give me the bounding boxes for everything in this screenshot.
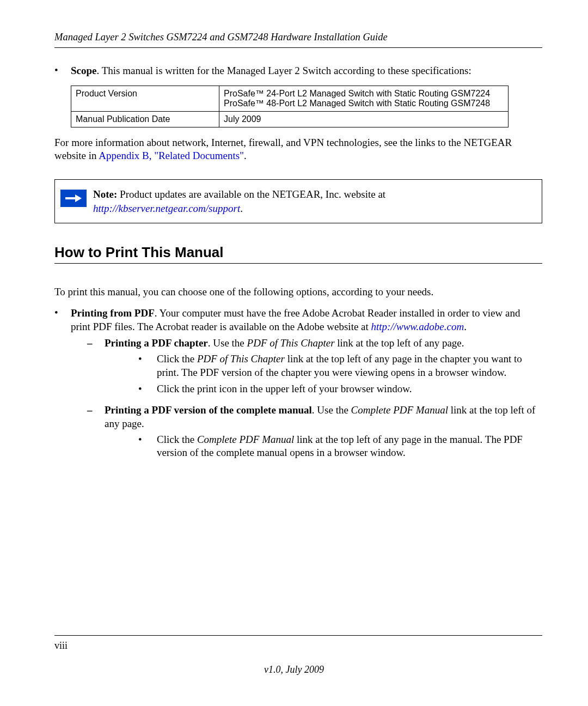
more-info-suffix: .	[244, 150, 247, 161]
spec-value: July 2009	[219, 111, 509, 127]
pdf-label: Printing from PDF	[71, 307, 155, 319]
more-info-paragraph: For more information about network, Inte…	[54, 136, 542, 163]
arrow-right-icon	[60, 190, 87, 207]
t: Click the	[157, 353, 197, 364]
note-content: Note: Product updates are available on t…	[93, 187, 385, 215]
pdf-chapter-step: Click the print icon in the upper left o…	[157, 382, 412, 396]
footer-rule: viii	[54, 635, 542, 652]
dash-marker: –	[87, 404, 105, 463]
bullet-marker: •	[54, 64, 71, 78]
dot-marker: •	[138, 352, 157, 379]
pdf-complete-step: Click the Complete PDF Manual link at th…	[157, 433, 542, 460]
pdf-complete-label: Printing a PDF version of the complete m…	[105, 404, 312, 416]
scope-text: . This manual is written for the Managed…	[97, 65, 471, 76]
pdf-chapter-label: Printing a PDF chapter	[105, 337, 208, 349]
scope-label: Scope	[71, 65, 97, 76]
dot-marker: •	[138, 433, 157, 460]
spec-label: Product Version	[71, 86, 219, 111]
printing-from-pdf: Printing from PDF. Your computer must ha…	[71, 307, 542, 467]
note-text-body: Product updates are available on the NET…	[117, 188, 385, 200]
footer-version: v1.0, July 2009	[0, 664, 588, 675]
pdf-chapter-line: Printing a PDF chapter. Use the PDF of T…	[105, 337, 542, 399]
adobe-link[interactable]: http://www.adobe.com	[371, 321, 464, 332]
table-row: Product Version ProSafe™ 24-Port L2 Mana…	[71, 86, 509, 111]
spec-line: ProSafe™ 24-Port L2 Managed Switch with …	[224, 89, 490, 98]
pdf-complete-italic: Complete PDF Manual	[351, 404, 448, 416]
section-heading: How to Print This Manual	[54, 244, 542, 264]
t: . Use the	[312, 404, 351, 416]
note-suffix: .	[240, 203, 243, 214]
bullet-marker: •	[54, 307, 71, 467]
support-url-link[interactable]: http://kbserver.netgear.com/support	[93, 203, 240, 214]
i: PDF of This Chapter	[197, 353, 285, 364]
i: Complete PDF Manual	[197, 434, 294, 445]
note-label: Note:	[93, 188, 117, 200]
pdf-chapter-step: Click the PDF of This Chapter link at th…	[157, 352, 542, 379]
note-box: Note: Product updates are available on t…	[54, 179, 542, 223]
print-intro: To print this manual, you can choose one…	[54, 285, 542, 299]
spec-label: Manual Publication Date	[71, 111, 219, 127]
spec-line: ProSafe™ 48-Port L2 Managed Switch with …	[224, 99, 490, 108]
spec-value: ProSafe™ 24-Port L2 Managed Switch with …	[219, 86, 509, 111]
dot-marker: •	[138, 382, 157, 396]
t: Click the	[157, 434, 197, 445]
table-row: Manual Publication Date July 2009	[71, 111, 509, 127]
dash-marker: –	[87, 337, 105, 399]
pdf-complete-line: Printing a PDF version of the complete m…	[105, 404, 542, 463]
t: link at the top left of any page.	[335, 337, 464, 349]
page-number: viii	[54, 640, 68, 651]
scope-line: Scope. This manual is written for the Ma…	[71, 64, 471, 78]
t: . Use the	[208, 337, 247, 349]
pdf-suffix: .	[464, 321, 467, 332]
doc-header-title: Managed Layer 2 Switches GSM7224 and GSM…	[54, 32, 542, 48]
appendix-link[interactable]: Appendix B, "Related Documents"	[99, 150, 244, 161]
spec-table: Product Version ProSafe™ 24-Port L2 Mana…	[71, 86, 509, 127]
pdf-chapter-italic: PDF of This Chapter	[247, 337, 335, 349]
